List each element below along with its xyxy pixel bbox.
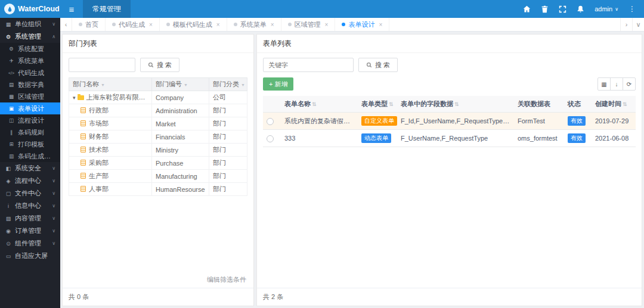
export-icon[interactable]: ↓: [610, 77, 623, 91]
sidebar-item-adaptive-screen[interactable]: ▭ 自适应大屏: [0, 250, 60, 262]
table-row[interactable]: 技术部 Ministry 部门: [69, 144, 247, 157]
form-panel: 表单列表 搜 索 + 新增 ▦ ↓ ⟳: [256, 34, 642, 306]
search-icon: [148, 62, 154, 68]
document-icon: [80, 147, 86, 153]
form-search-button[interactable]: 搜 索: [358, 58, 398, 72]
sidebar-item-barcode-records[interactable]: ▥ 条码生成记录: [0, 150, 60, 162]
col-dept-type[interactable]: 部门分类▼: [209, 78, 247, 91]
table-row[interactable]: 人事部 HumanResourse 部门: [69, 183, 247, 196]
col-dept-code[interactable]: 部门编号▼: [152, 78, 209, 91]
row-radio[interactable]: [267, 118, 274, 125]
sidebar-item-order-mgmt[interactable]: ◉ 订单管理 ∨: [0, 225, 60, 237]
fullscreen-icon[interactable]: [559, 5, 566, 13]
col-dept-name[interactable]: 部门名称▼: [69, 78, 152, 91]
col-form-created[interactable]: 创建时间⇅: [592, 96, 636, 113]
col-form-status[interactable]: 状态: [564, 96, 592, 113]
sidebar-item-system-mgmt[interactable]: ⚙ 系统管理 ∧: [0, 30, 60, 43]
status-badge: 有效: [568, 116, 586, 126]
close-icon[interactable]: ×: [149, 21, 153, 28]
table-row[interactable]: 333 动态表单 F_UserName,F_RequestType oms_fo…: [263, 130, 636, 147]
sidebar-item-code-gen[interactable]: </> 代码生成: [0, 67, 60, 79]
map-icon: ▩: [8, 94, 15, 99]
columns-icon[interactable]: ▦: [597, 77, 611, 91]
filter-icon[interactable]: ▼: [241, 83, 245, 87]
tab-system-menu[interactable]: 系统菜单 ×: [227, 18, 281, 31]
table-row[interactable]: ▾上海东鞋贸易有限公司 Company 公司: [69, 91, 247, 104]
home-icon[interactable]: [523, 5, 531, 13]
sidebar-item-system-config[interactable]: ⚙ 系统配置: [0, 43, 60, 55]
chevron-up-icon: ∧: [52, 34, 55, 39]
tab-dot: [166, 23, 170, 26]
filter-icon[interactable]: ▼: [184, 83, 188, 87]
col-form-fields[interactable]: 表单中的字段数据⇅: [397, 96, 514, 113]
sort-icon[interactable]: ⇅: [312, 101, 317, 107]
dept-search-input[interactable]: [69, 58, 135, 72]
col-form-type[interactable]: 表单类型⇅: [358, 96, 397, 113]
sidebar-item-region-mgmt[interactable]: ▩ 区域管理: [0, 91, 60, 102]
tabs-collapse-icon[interactable]: ∨: [632, 18, 644, 31]
tree-expand-icon[interactable]: ▾: [73, 95, 76, 101]
monitor-icon: ◧: [5, 166, 12, 172]
edit-filter-link[interactable]: 编辑筛选条件: [69, 272, 247, 288]
sidebar-item-process-design[interactable]: ◫ 流程设计: [0, 114, 60, 126]
chevron-down-icon: ∨: [52, 228, 55, 234]
col-form-table[interactable]: 关联数据表: [514, 96, 564, 113]
sidebar-item-info-center[interactable]: i 信息中心 ∨: [0, 200, 60, 212]
topbar: WaterCloud ≡ 常规管理 admin ∨ ⋮: [0, 0, 644, 18]
tab-region-mgmt[interactable]: 区域管理 ×: [281, 18, 336, 31]
sort-icon[interactable]: ⇅: [454, 101, 459, 107]
refresh-icon[interactable]: ⟳: [623, 77, 636, 91]
close-icon[interactable]: ×: [379, 21, 382, 28]
sidebar-item-process-center[interactable]: ◈ 流程中心 ∨: [0, 175, 60, 187]
order-icon: ◉: [5, 228, 12, 234]
sidebar-item-system-security[interactable]: ◧ 系统安全 ∨: [0, 162, 60, 175]
sidebar: ▦ 单位组织 ∨ ⚙ 系统管理 ∧ ⚙ 系统配置 ✈ 系统菜单 </> 代码生成…: [0, 18, 60, 308]
document-icon: [80, 133, 86, 139]
tab-code-gen[interactable]: 代码生成 ×: [106, 18, 160, 31]
sidebar-item-file-center[interactable]: ▢ 文件中心 ∨: [0, 187, 60, 200]
tab-template-code-gen[interactable]: 模板代码生成 ×: [160, 18, 227, 31]
sidebar-item-content-mgmt[interactable]: ▨ 内容管理 ∨: [0, 212, 60, 225]
table-row[interactable]: 市场部 Market 部门: [69, 117, 247, 130]
table-row[interactable]: 生产部 Manufacturing 部门: [69, 170, 247, 183]
more-icon[interactable]: ⋮: [628, 5, 636, 13]
printer-icon: ⊞: [8, 141, 15, 147]
sidebar-item-barcode-rules[interactable]: ∥ 条码规则: [0, 126, 60, 138]
tab-home[interactable]: 首页: [72, 18, 106, 31]
col-form-name[interactable]: 表单名称⇅: [281, 96, 358, 113]
close-icon[interactable]: ×: [325, 21, 329, 28]
tabs-prev-icon[interactable]: ‹: [60, 18, 72, 31]
close-icon[interactable]: ×: [271, 21, 274, 28]
row-radio[interactable]: [267, 135, 274, 142]
filter-icon[interactable]: ▼: [101, 83, 105, 87]
table-row[interactable]: 系统内置的复杂请假条表单 自定义表单 F_Id,F_UserName,F_Req…: [263, 113, 636, 130]
document-icon: [80, 186, 86, 192]
admin-menu[interactable]: admin ∨: [595, 5, 618, 13]
trash-icon[interactable]: [541, 5, 549, 13]
org-icon: ▦: [5, 21, 12, 27]
tab-form-design[interactable]: 表单设计 ×: [335, 18, 389, 31]
sort-icon[interactable]: ⇅: [389, 101, 394, 107]
sidebar-item-system-menu[interactable]: ✈ 系统菜单: [0, 55, 60, 67]
tabs-next-icon[interactable]: ›: [620, 18, 632, 31]
sidebar-item-unit-org[interactable]: ▦ 单位组织 ∨: [0, 18, 60, 30]
table-row[interactable]: 行政部 Administration 部门: [69, 104, 247, 117]
sidebar-item-component-mgmt[interactable]: ⊙ 组件管理 ∨: [0, 237, 60, 250]
table-row[interactable]: 采购部 Purchase 部门: [69, 157, 247, 170]
bell-icon[interactable]: [577, 5, 584, 13]
keyword-input[interactable]: [263, 58, 354, 72]
dept-search-button[interactable]: 搜 索: [140, 58, 179, 72]
sidebar-item-data-dict[interactable]: ▤ 数据字典: [0, 79, 60, 91]
form-icon: ▣: [8, 105, 15, 111]
sort-icon[interactable]: ⇅: [623, 101, 627, 107]
module-tab-general[interactable]: 常规管理: [83, 0, 131, 18]
main-content: 部门列表 搜 索 部门名称▼ 部门编号▼ 部门分类▼: [60, 32, 644, 308]
close-icon[interactable]: ×: [216, 21, 220, 28]
add-form-button[interactable]: + 新增: [263, 77, 293, 91]
sidebar-item-print-template[interactable]: ⊞ 打印模板: [0, 138, 60, 150]
watercloud-logo-icon: [4, 4, 15, 14]
table-row[interactable]: 财务部 Financials 部门: [69, 130, 247, 144]
tab-dot: [234, 23, 237, 26]
sidebar-toggle-icon[interactable]: ≡: [60, 0, 83, 18]
sidebar-item-form-design[interactable]: ▣ 表单设计: [0, 102, 60, 114]
